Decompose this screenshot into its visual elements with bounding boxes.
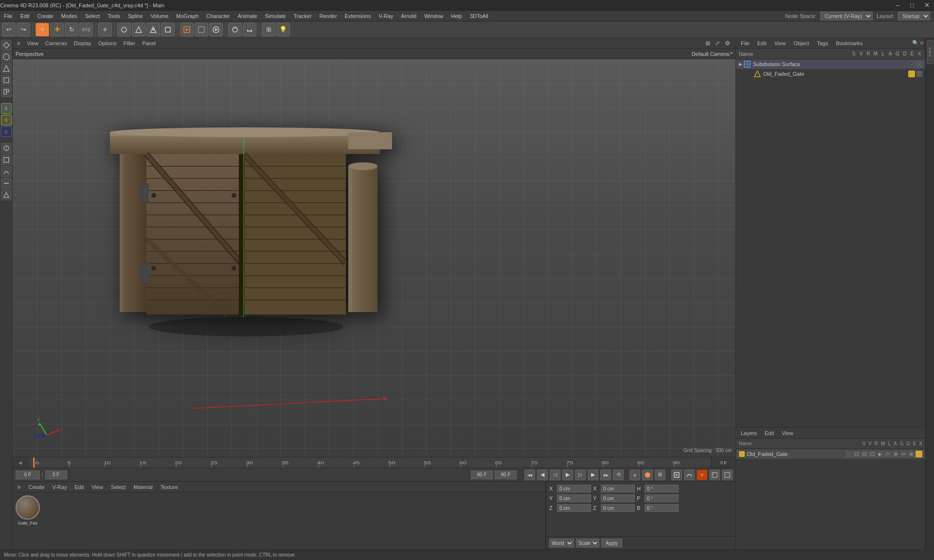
menu-character[interactable]: Character <box>202 11 234 21</box>
end-frame-input2[interactable] <box>495 471 517 479</box>
om-edit[interactable]: Edit <box>754 39 770 48</box>
region-render-button[interactable] <box>722 470 733 480</box>
sidebar-bp-uv[interactable] <box>1 87 12 97</box>
menu-mograph[interactable]: MoGraph <box>172 11 202 21</box>
layer-flag-deform[interactable] <box>900 451 907 457</box>
node-space-select[interactable]: Current (V-Ray) <box>820 12 873 20</box>
render-view[interactable] <box>180 23 194 36</box>
motion-path-button[interactable] <box>684 470 695 480</box>
mm-menu-vray[interactable]: V-Ray <box>49 483 70 491</box>
menu-volume[interactable]: Volume <box>147 11 173 21</box>
end-frame-input[interactable] <box>471 471 493 479</box>
layer-flag-mgr[interactable] <box>869 451 876 457</box>
sidebar-s2[interactable]: S <box>1 115 12 125</box>
om-expand-icon[interactable]: ▶ <box>739 62 742 67</box>
om-search-icon[interactable]: 🔍 <box>912 40 919 46</box>
layers-menu-view[interactable]: View <box>779 429 796 438</box>
layer-flag-vis[interactable] <box>853 451 860 457</box>
menu-tools[interactable]: Tools <box>104 11 124 21</box>
move-tool[interactable]: ✛ <box>36 23 49 36</box>
viewport-3d[interactable]: X Y Z Grid Spacing : 500 cm <box>13 59 736 457</box>
mm-menu-create[interactable]: Create <box>25 483 47 491</box>
record-button[interactable]: ● <box>629 470 640 480</box>
prev-frame-button[interactable]: ◀ <box>537 470 548 480</box>
next-frame-button[interactable]: ▶ <box>588 470 598 480</box>
layer-flag-gen[interactable]: ⊞ <box>892 451 899 457</box>
sidebar-brush1[interactable] <box>1 143 12 154</box>
current-frame-input[interactable] <box>16 471 40 479</box>
vp-menu-filter[interactable]: Filter <box>120 38 139 49</box>
coord-y-input[interactable] <box>557 494 591 502</box>
menu-tracker[interactable]: Tracker <box>290 11 316 21</box>
snap-toggle[interactable] <box>228 23 242 36</box>
render-project[interactable] <box>209 23 223 36</box>
mm-menu-texture[interactable]: Texture <box>158 483 181 491</box>
layer-flag-color[interactable] <box>916 451 922 457</box>
magnet-tool[interactable] <box>243 23 256 36</box>
menu-3dtoall[interactable]: 3DToAll <box>466 11 492 21</box>
frame-rate-input[interactable] <box>45 471 67 479</box>
layer-flag-lock[interactable]: ▶ <box>877 451 883 457</box>
safe-btn-1[interactable]: SAFE <box>927 40 934 64</box>
coord-h-input[interactable] <box>645 485 679 492</box>
om-row-subdivision[interactable]: ▶ Subdivision Surface ✓ · <box>736 59 925 69</box>
add-object[interactable]: + <box>98 23 112 36</box>
world-select[interactable]: World Object <box>549 539 574 547</box>
coord-z2-input[interactable] <box>601 504 635 512</box>
sidebar-bp-mode[interactable] <box>1 75 12 86</box>
vp-menu-cameras[interactable]: Cameras <box>42 38 71 49</box>
go-to-end-button[interactable]: ⏭ <box>600 470 611 480</box>
vp-menu-display[interactable]: Display <box>71 38 95 49</box>
layers-menu-edit[interactable]: Edit <box>762 429 777 438</box>
apply-button[interactable]: Apply <box>601 539 622 547</box>
coord-p-input[interactable] <box>645 494 679 502</box>
menu-edit[interactable]: Edit <box>17 11 34 21</box>
sidebar-brush5[interactable] <box>1 190 12 200</box>
coord-z-input[interactable] <box>557 504 591 512</box>
layer-flag-ren[interactable] <box>861 451 868 457</box>
om-gate-flag1[interactable]: · <box>916 71 922 77</box>
sidebar-s3[interactable]: S <box>1 126 12 137</box>
vp-settings-icon[interactable]: ⚙ <box>723 40 732 47</box>
coord-b-input[interactable] <box>645 504 679 512</box>
menu-arnold[interactable]: Arnold <box>397 11 420 21</box>
scale-select[interactable]: Scale <box>576 539 599 547</box>
object-mode[interactable] <box>117 23 131 36</box>
next-play-button[interactable]: ▷ <box>575 470 586 480</box>
layer-flag-solo[interactable]: · <box>845 451 852 457</box>
menu-create[interactable]: Create <box>34 11 57 21</box>
layer-flag-anim[interactable] <box>884 451 891 457</box>
loop-button[interactable]: ⟲ <box>613 470 624 480</box>
mm-menu-select[interactable]: Select <box>108 483 129 491</box>
om-filter-icon[interactable]: ≡ <box>920 40 923 46</box>
menu-window[interactable]: Window <box>420 11 447 21</box>
light-btn[interactable]: 💡 <box>276 23 290 36</box>
menu-help[interactable]: Help <box>447 11 466 21</box>
sidebar-brush2[interactable] <box>1 155 12 165</box>
preview-render-button[interactable] <box>671 470 682 480</box>
layers-menu-layers[interactable]: Layers <box>738 429 760 438</box>
vp-menu-options[interactable]: Options <box>95 38 120 49</box>
scale-tool[interactable]: ✛ <box>50 23 64 36</box>
poly-mode[interactable] <box>161 23 175 36</box>
edge-mode[interactable] <box>146 23 160 36</box>
coord-x-input[interactable] <box>557 485 591 492</box>
om-object[interactable]: Object <box>790 39 812 48</box>
transform-tool[interactable]: XYZ <box>79 23 93 36</box>
om-view[interactable]: View <box>772 39 789 48</box>
vp-menu-panel[interactable]: Panel <box>139 38 159 49</box>
bucket-render-button[interactable] <box>709 470 720 480</box>
sidebar-paint-mode[interactable] <box>1 63 12 74</box>
record-auto-button[interactable]: ⚙ <box>655 470 665 480</box>
om-flag-dot[interactable]: · <box>916 61 922 67</box>
menu-file[interactable]: File <box>0 11 17 21</box>
layout-select[interactable]: Startup <box>898 12 930 20</box>
sidebar-sculpt-mode[interactable] <box>1 52 12 62</box>
sidebar-brush3[interactable] <box>1 166 12 177</box>
mm-menu-edit[interactable]: Edit <box>72 483 87 491</box>
menu-render[interactable]: Render <box>316 11 341 21</box>
go-to-start-button[interactable]: ⏮ <box>524 470 535 480</box>
mm-menu-material[interactable]: Material <box>131 483 156 491</box>
render-region[interactable] <box>195 23 208 36</box>
point-mode[interactable] <box>132 23 145 36</box>
